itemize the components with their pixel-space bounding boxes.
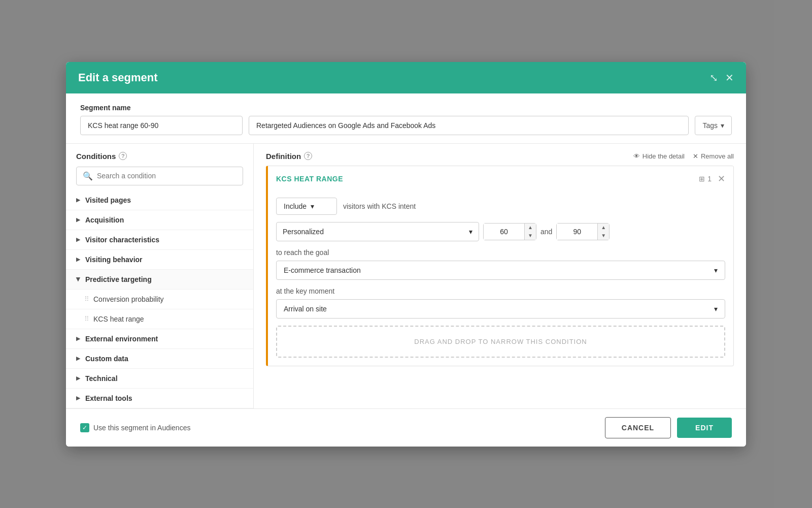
chevron-down-icon: ▶ <box>75 277 82 281</box>
chevron-right-icon: ▶ <box>76 375 80 382</box>
chevron-right-icon: ▶ <box>76 256 80 263</box>
layers-icon: ⊞ <box>699 175 705 183</box>
chevron-right-icon: ▶ <box>76 197 80 203</box>
personalized-select[interactable]: Personalized ▾ <box>276 222 479 241</box>
range-to-spinners: ▲ ▼ <box>597 224 609 240</box>
range-to-input[interactable] <box>557 224 597 240</box>
external-environment-label: External environment <box>85 335 158 343</box>
goal-chevron-icon: ▾ <box>714 266 718 274</box>
layer-badge: ⊞ 1 <box>699 175 712 183</box>
conditions-panel: Conditions ? 🔍 ▶ Visited pages <box>66 144 254 408</box>
drag-handle-icon: ⠿ <box>84 315 89 323</box>
moment-select[interactable]: Arrival on site ▾ <box>276 299 725 319</box>
external-tools-label: External tools <box>85 394 132 402</box>
tags-button[interactable]: Tags ▾ <box>695 116 732 135</box>
conditions-header: Conditions ? 🔍 <box>66 144 253 190</box>
range-from-up-button[interactable]: ▲ <box>525 224 536 232</box>
edit-button[interactable]: EDIT <box>677 418 732 438</box>
include-dropdown[interactable]: Include ▾ <box>276 198 337 215</box>
visiting-behavior-label: Visiting behavior <box>85 256 143 264</box>
drag-handle-icon: ⠿ <box>84 295 89 303</box>
and-text: and <box>540 228 552 236</box>
select-chevron-icon: ▾ <box>469 228 472 236</box>
definition-help-icon[interactable]: ? <box>304 152 312 160</box>
collapse-button[interactable]: ⤡ <box>709 72 718 84</box>
eye-icon: 👁 <box>633 152 640 160</box>
search-box: 🔍 <box>76 167 243 185</box>
close-card-button[interactable]: ✕ <box>718 173 725 184</box>
segment-name-inputs: Tags ▾ <box>80 116 732 135</box>
remove-icon: ✕ <box>693 152 698 160</box>
conditions-help-icon[interactable]: ? <box>119 152 127 160</box>
footer-buttons: CANCEL EDIT <box>605 417 732 438</box>
chevron-right-icon: ▶ <box>76 355 80 362</box>
remove-all-button[interactable]: ✕ Remove all <box>693 152 734 160</box>
sidebar-item-acquisition[interactable]: ▶ Acquisition <box>66 210 253 230</box>
kcs-heat-range-card: KCS HEAT RANGE ⊞ 1 ✕ <box>266 166 734 366</box>
predictive-targeting-label: Predictive targeting <box>85 275 152 283</box>
range-from-down-button[interactable]: ▼ <box>525 232 536 240</box>
sidebar-item-visited-pages[interactable]: ▶ Visited pages <box>66 190 253 210</box>
range-from-input-wrap: ▲ ▼ <box>483 223 536 240</box>
include-chevron-icon: ▾ <box>311 202 314 210</box>
definition-title: Definition ? <box>266 152 312 161</box>
cancel-button[interactable]: CANCEL <box>605 417 671 438</box>
hide-detail-button[interactable]: 👁 Hide the detail <box>633 152 685 160</box>
definition-actions: 👁 Hide the detail ✕ Remove all <box>633 152 734 160</box>
sidebar-item-kcs-heat-range[interactable]: ⠿ KCS heat range <box>66 309 253 329</box>
include-label: Include <box>284 202 307 210</box>
modal-body: Segment name Tags ▾ Conditions <box>66 93 746 408</box>
modal-overlay: Edit a segment ⤡ ✕ Segment name Tags <box>0 0 812 508</box>
sidebar-item-conversion-probability[interactable]: ⠿ Conversion probability <box>66 290 253 309</box>
definition-header: Definition ? 👁 Hide the detail ✕ Remove … <box>254 144 746 166</box>
range-to-down-button[interactable]: ▼ <box>598 232 609 240</box>
collapse-icon: ⤡ <box>709 72 718 84</box>
personalized-label: Personalized <box>283 228 324 236</box>
sidebar-item-visitor-characteristics[interactable]: ▶ Visitor characteristics <box>66 230 253 250</box>
sidebar-item-technical[interactable]: ▶ Technical <box>66 369 253 389</box>
to-reach-goal-label: to reach the goal <box>276 248 725 257</box>
close-icon: ✕ <box>725 72 734 84</box>
edit-segment-modal: Edit a segment ⤡ ✕ Segment name Tags <box>66 62 746 447</box>
include-row: Include ▾ visitors with KCS intent <box>276 198 725 215</box>
definition-panel: Definition ? 👁 Hide the detail ✕ Remove … <box>254 144 746 408</box>
card-title: KCS HEAT RANGE <box>276 175 343 183</box>
audiences-label: Use this segment in Audiences <box>93 424 190 432</box>
card-body: Include ▾ visitors with KCS intent Perso… <box>268 192 733 366</box>
chevron-right-icon: ▶ <box>76 216 80 223</box>
card-header-right: ⊞ 1 ✕ <box>699 173 725 184</box>
tags-chevron-icon: ▾ <box>721 121 724 130</box>
range-to-input-wrap: ▲ ▼ <box>556 223 610 240</box>
card-header: KCS HEAT RANGE ⊞ 1 ✕ <box>268 166 733 192</box>
range-from-input[interactable] <box>484 224 524 240</box>
technical-label: Technical <box>85 374 118 383</box>
goal-select[interactable]: E-commerce transaction ▾ <box>276 261 725 280</box>
goal-value: E-commerce transaction <box>284 266 361 274</box>
sidebar-item-external-environment[interactable]: ▶ External environment <box>66 329 253 349</box>
close-button[interactable]: ✕ <box>725 72 734 84</box>
modal-title: Edit a segment <box>78 71 157 84</box>
visitor-characteristics-label: Visitor characteristics <box>85 236 159 244</box>
sidebar-item-external-tools[interactable]: ▶ External tools <box>66 389 253 408</box>
range-from-spinners: ▲ ▼ <box>524 224 536 240</box>
sidebar-item-predictive-targeting[interactable]: ▶ Predictive targeting <box>66 270 253 290</box>
layer-count: 1 <box>707 175 712 183</box>
sidebar-item-visiting-behavior[interactable]: ▶ Visiting behavior <box>66 250 253 270</box>
segment-name-input[interactable] <box>80 116 243 135</box>
segment-name-label: Segment name <box>80 104 732 112</box>
search-input[interactable] <box>97 172 236 180</box>
range-to-up-button[interactable]: ▲ <box>598 224 609 232</box>
segment-description-input[interactable] <box>249 116 689 135</box>
tags-label: Tags <box>702 121 718 130</box>
search-icon: 🔍 <box>83 171 93 181</box>
conversion-probability-label: Conversion probability <box>93 295 164 303</box>
sidebar-item-custom-data[interactable]: ▶ Custom data <box>66 349 253 369</box>
chevron-right-icon: ▶ <box>76 236 80 243</box>
audiences-checkbox-row: ✓ Use this segment in Audiences <box>80 423 190 432</box>
drag-drop-text: DRAG AND DROP TO NARROW THIS CONDITION <box>414 338 587 345</box>
modal-footer: ✓ Use this segment in Audiences CANCEL E… <box>66 408 746 447</box>
checkbox-checked-icon: ✓ <box>80 423 89 432</box>
moment-chevron-icon: ▾ <box>714 305 718 313</box>
close-card-icon: ✕ <box>718 174 725 184</box>
chevron-right-icon: ▶ <box>76 395 80 401</box>
